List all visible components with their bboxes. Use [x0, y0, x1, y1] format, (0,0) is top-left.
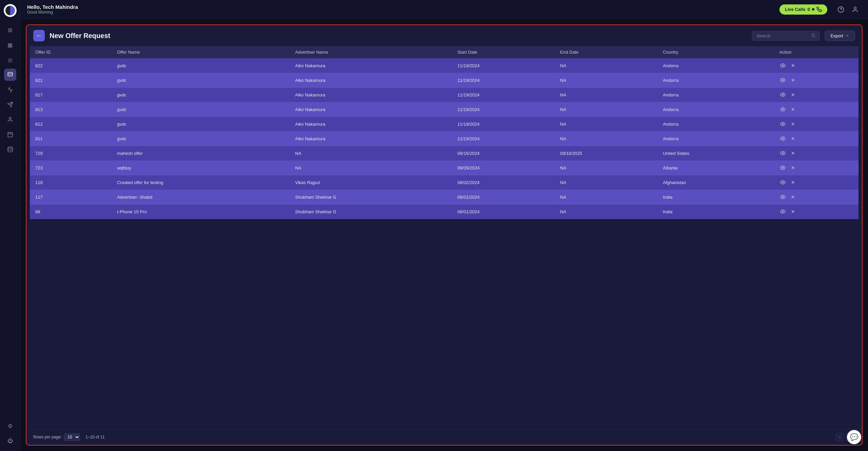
sidebar-item-logout[interactable]: ⏻: [4, 435, 16, 447]
chat-bubble-button[interactable]: 💬: [847, 430, 861, 444]
svg-point-16: [782, 94, 784, 95]
view-button[interactable]: [779, 194, 786, 200]
cell-offer-id: 729: [30, 146, 112, 161]
profile-icon-button[interactable]: [849, 3, 861, 16]
cell-end-date: NA: [555, 58, 658, 73]
cell-advertiser-name: Aiko Nakamura: [290, 58, 452, 73]
delete-button[interactable]: ✕: [790, 164, 796, 171]
offer-request-card: ← New Offer Request Export Offer ID: [26, 24, 863, 446]
rows-per-page-label: Rows per page:: [33, 435, 62, 439]
delete-button[interactable]: ✕: [790, 77, 796, 84]
cell-action: ✕: [774, 204, 858, 219]
cell-offer-id: 811: [30, 131, 112, 146]
live-calls-button[interactable]: Live Calls 0: [779, 4, 827, 15]
view-button[interactable]: [779, 106, 786, 113]
sidebar-item-settings[interactable]: ⚙: [4, 420, 16, 432]
cell-advertiser-name: Shubham Shekhar G: [290, 204, 452, 219]
svg-point-19: [782, 138, 784, 139]
back-button[interactable]: ←: [33, 30, 45, 41]
back-icon: ←: [36, 32, 42, 39]
cell-action: ✕: [774, 190, 858, 204]
cell-end-date: NA: [555, 131, 658, 146]
sidebar-item-send[interactable]: [4, 98, 16, 111]
cell-advertiser-name: Vikas Rajput: [290, 175, 452, 190]
svg-point-14: [782, 65, 784, 66]
sidebar-item-users[interactable]: [4, 113, 16, 126]
cell-advertiser-name: Aiko Nakamura: [290, 117, 452, 131]
sidebar-item-dashboard[interactable]: ▦: [4, 39, 16, 51]
svg-point-11: [854, 7, 856, 9]
sidebar-item-analytics[interactable]: [4, 84, 16, 96]
cell-end-date: NA: [555, 161, 658, 175]
search-icon: [811, 33, 815, 38]
cell-country: Andorra: [657, 73, 774, 88]
sidebar-item-calendar[interactable]: [4, 128, 16, 141]
live-calls-label: Live Calls: [785, 7, 806, 12]
cell-start-date: 09/16/2024: [452, 146, 555, 161]
cell-action: ✕: [774, 146, 858, 161]
view-button[interactable]: [779, 62, 786, 69]
cell-start-date: 09/09/2024: [452, 161, 555, 175]
cell-action: ✕: [774, 161, 858, 175]
sidebar-item-contacts[interactable]: ◎: [4, 54, 16, 66]
greeting-subtitle: Good Morning: [27, 10, 78, 15]
sidebar: ⊞ ▦ ◎ ⚙ ⏻: [0, 0, 20, 451]
delete-button[interactable]: ✕: [790, 135, 796, 142]
delete-button[interactable]: ✕: [790, 91, 796, 98]
pagination-info: 1–10 of 11: [86, 435, 830, 439]
search-box: [752, 31, 820, 41]
cell-advertiser-name: NA: [290, 146, 452, 161]
delete-button[interactable]: ✕: [790, 106, 796, 113]
sidebar-item-messages[interactable]: [4, 69, 16, 81]
cell-offer-name: Advertiser- Shabd: [112, 190, 290, 204]
table-row: 817 gvdc Aiko Nakamura 11/19/2024 NA And…: [30, 88, 858, 102]
offers-table: Offer ID Offer Name Advertiser Name Star…: [30, 46, 858, 219]
cell-country: Andorra: [657, 102, 774, 117]
sidebar-item-storage[interactable]: [4, 143, 16, 156]
view-button[interactable]: [779, 77, 786, 84]
delete-button[interactable]: ✕: [790, 179, 796, 186]
chevron-down-icon: [845, 34, 849, 38]
view-button[interactable]: [779, 164, 786, 171]
cell-action: ✕: [774, 88, 858, 102]
cell-start-date: 11/19/2024: [452, 117, 555, 131]
cell-advertiser-name: Aiko Nakamura: [290, 73, 452, 88]
cell-offer-name: mahesh offer: [112, 146, 290, 161]
delete-button[interactable]: ✕: [790, 208, 796, 215]
sidebar-item-home[interactable]: ⊞: [4, 24, 16, 36]
col-offer-name: Offer Name: [112, 46, 290, 58]
cell-start-date: 08/01/2024: [452, 190, 555, 204]
cell-country: India: [657, 204, 774, 219]
rows-per-page-select[interactable]: 10 20 50: [64, 433, 80, 441]
delete-button[interactable]: ✕: [790, 150, 796, 157]
help-icon-button[interactable]: [835, 3, 847, 16]
delete-button[interactable]: ✕: [790, 194, 796, 200]
view-button[interactable]: [779, 121, 786, 127]
cell-start-date: 11/19/2024: [452, 73, 555, 88]
cell-action: ✕: [774, 117, 858, 131]
cell-country: Albania: [657, 161, 774, 175]
svg-point-24: [782, 211, 784, 212]
prev-page-button[interactable]: ‹: [835, 433, 844, 441]
svg-line-13: [814, 36, 815, 37]
cell-start-date: 11/19/2024: [452, 58, 555, 73]
main-area: Hello, Tech Mahindra Good Morning Live C…: [20, 0, 868, 451]
view-button[interactable]: [779, 91, 786, 98]
view-button[interactable]: [779, 135, 786, 142]
export-button[interactable]: Export: [825, 31, 855, 41]
view-button[interactable]: [779, 208, 786, 215]
col-action: Action: [774, 46, 858, 58]
cell-end-date: NA: [555, 117, 658, 131]
cell-offer-name: gvdc: [112, 73, 290, 88]
delete-button[interactable]: ✕: [790, 121, 796, 127]
svg-point-12: [812, 34, 815, 37]
user-name: Tech Mahindra: [42, 4, 78, 10]
search-input[interactable]: [756, 33, 809, 38]
delete-button[interactable]: ✕: [790, 62, 796, 69]
table-row: 811 gvdc Aiko Nakamura 11/19/2024 NA And…: [30, 131, 858, 146]
view-button[interactable]: [779, 179, 786, 186]
greeting: Hello, Tech Mahindra: [27, 4, 78, 10]
table-row: 118 Created offer for testing Vikas Rajp…: [30, 175, 858, 190]
cell-end-date: NA: [555, 73, 658, 88]
view-button[interactable]: [779, 150, 786, 157]
